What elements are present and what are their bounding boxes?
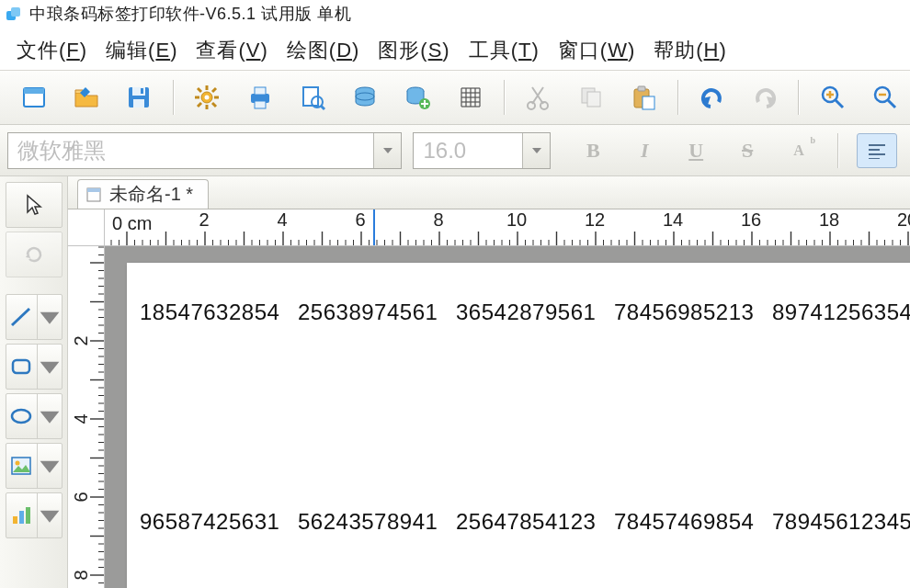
palette-ellipse[interactable] [6, 393, 63, 439]
svg-point-57 [16, 461, 20, 466]
print-preview-button[interactable] [295, 80, 329, 115]
horizontal-ruler[interactable]: 2468101214161820 0 cm [68, 209, 910, 246]
undo-button[interactable] [695, 80, 729, 115]
svg-text:8: 8 [433, 209, 443, 230]
palette-pointer[interactable] [6, 182, 63, 228]
svg-rect-3 [24, 88, 44, 94]
doc-tab-icon [85, 187, 102, 203]
font-size-value: 16.0 [414, 138, 522, 164]
open-button[interactable] [69, 80, 103, 115]
svg-point-39 [540, 102, 548, 109]
palette-line[interactable] [6, 294, 63, 340]
svg-line-15 [198, 103, 201, 107]
database-add-button[interactable] [401, 80, 435, 115]
print-button[interactable] [243, 80, 277, 115]
cut-button[interactable] [521, 80, 555, 115]
new-button[interactable] [17, 80, 51, 115]
palette-rect[interactable] [6, 344, 63, 390]
zoom-out-button[interactable] [869, 80, 903, 115]
svg-point-38 [528, 102, 535, 109]
align-button[interactable] [857, 133, 897, 168]
tool-palette [0, 176, 68, 588]
label-r2c4[interactable]: 78457469854 [614, 509, 754, 535]
svg-line-46 [836, 100, 843, 107]
menu-draw[interactable]: 绘图(D) [278, 37, 370, 64]
grid-button[interactable] [453, 80, 487, 115]
svg-text:10: 10 [506, 209, 527, 230]
app-icon [6, 6, 22, 22]
font-family-combo[interactable]: 微软雅黑 [7, 132, 402, 169]
paste-button[interactable] [627, 80, 661, 115]
superscript-button[interactable]: Ab [779, 133, 819, 168]
label-r2c3[interactable]: 25647854123 [456, 509, 596, 535]
bold-button[interactable]: B [573, 133, 613, 168]
menu-help[interactable]: 帮助(H) [644, 37, 736, 64]
ellipse-tool-dropdown-icon[interactable] [38, 394, 62, 438]
label-r1c5[interactable]: 89741256354 [772, 300, 910, 325]
settings-button[interactable] [190, 80, 224, 115]
zoom-in-button[interactable] [815, 80, 849, 115]
svg-line-16 [212, 88, 216, 92]
doc-tab[interactable]: 未命名-1 * [77, 179, 209, 209]
database-button[interactable] [347, 80, 381, 115]
chart-tool-dropdown-icon[interactable] [38, 493, 62, 537]
svg-rect-43 [638, 86, 645, 91]
rect-tool-dropdown-icon[interactable] [38, 345, 62, 389]
menu-shape[interactable]: 图形(S) [369, 37, 459, 64]
svg-rect-58 [13, 516, 17, 524]
underline-button[interactable]: U [676, 133, 716, 168]
svg-line-14 [212, 103, 216, 107]
font-size-combo[interactable]: 16.0 [413, 132, 551, 169]
label-r2c2[interactable]: 56243578941 [298, 509, 438, 535]
svg-rect-19 [255, 87, 266, 95]
save-button[interactable] [122, 80, 156, 115]
format-toolbar: 微软雅黑 16.0 B I U S Ab [0, 125, 910, 176]
font-size-dropdown-icon[interactable] [522, 133, 550, 168]
menu-file[interactable]: 文件(F) [7, 37, 97, 64]
title-bar: 中琅条码标签打印软件-V6.5.1 试用版 单机 [0, 0, 910, 28]
svg-rect-6 [133, 99, 144, 107]
svg-line-48 [888, 100, 895, 107]
font-family-value: 微软雅黑 [8, 136, 373, 165]
strike-button[interactable]: S [727, 133, 768, 168]
font-family-dropdown-icon[interactable] [373, 133, 401, 168]
line-tool-dropdown-icon[interactable] [38, 295, 62, 339]
label-r2c5[interactable]: 78945612345 [772, 509, 910, 535]
image-tool-dropdown-icon[interactable] [38, 444, 62, 488]
redo-button[interactable] [747, 80, 781, 115]
image-tool-icon [6, 444, 37, 488]
svg-point-55 [12, 410, 30, 423]
label-r2c1[interactable]: 96587425631 [140, 509, 279, 535]
palette-image[interactable] [6, 443, 63, 489]
menu-view[interactable]: 查看(V) [187, 37, 277, 64]
menu-tool[interactable]: 工具(T) [460, 37, 549, 64]
svg-text:6: 6 [71, 492, 91, 502]
svg-text:2: 2 [71, 335, 91, 345]
label-r1c3[interactable]: 36542879561 [456, 300, 596, 325]
svg-text:12: 12 [585, 209, 605, 230]
hruler-origin-label: 0 cm [112, 213, 152, 234]
copy-button[interactable] [574, 80, 608, 115]
svg-text:4: 4 [71, 413, 91, 424]
window-title: 中琅条码标签打印软件-V6.5.1 试用版 单机 [29, 3, 351, 25]
label-r1c4[interactable]: 78456985213 [614, 300, 754, 325]
label-r1c1[interactable]: 18547632854 [140, 300, 279, 325]
svg-text:20: 20 [897, 209, 910, 230]
italic-button[interactable]: I [624, 133, 665, 168]
menu-window[interactable]: 窗口(W) [549, 37, 644, 64]
svg-rect-41 [587, 92, 600, 107]
page: 18547632854 25638974561 36542879561 7845… [127, 263, 910, 588]
svg-text:6: 6 [355, 209, 365, 230]
label-r1c2[interactable]: 25638974561 [298, 300, 438, 325]
svg-line-23 [321, 106, 324, 109]
svg-rect-44 [643, 96, 654, 109]
vertical-ruler[interactable]: 2468 [68, 246, 105, 588]
menu-edit[interactable]: 编辑(E) [97, 37, 187, 64]
work-area: 未命名-1 * 2468101214161820 0 cm 2468 18547… [0, 176, 910, 588]
svg-rect-59 [19, 511, 24, 524]
svg-point-17 [205, 96, 210, 100]
palette-chart[interactable] [6, 492, 63, 538]
canvas[interactable]: 18547632854 25638974561 36542879561 7845… [105, 246, 910, 588]
palette-refresh[interactable] [6, 232, 63, 277]
ruler-corner [68, 209, 105, 246]
